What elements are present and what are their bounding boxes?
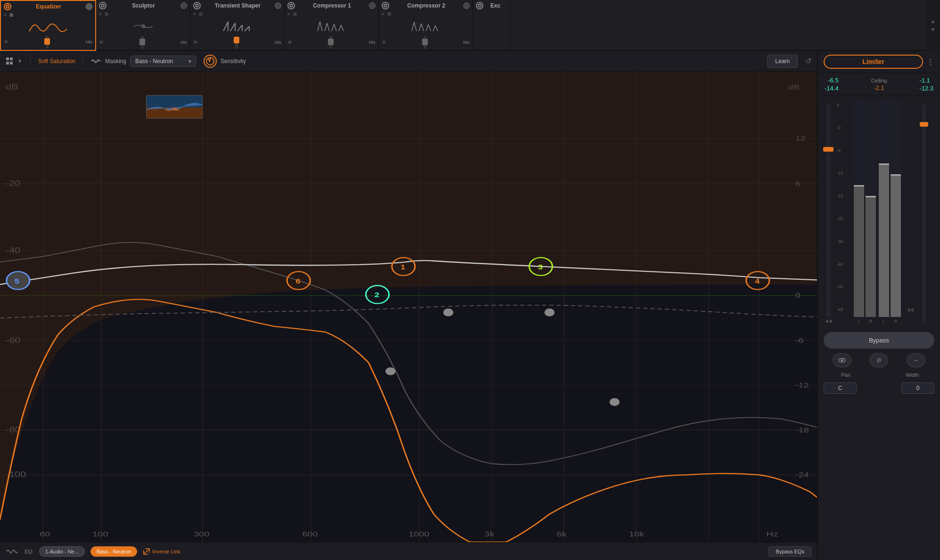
plugin-icons-compressor2: ≡ ⊞ — [382, 10, 470, 17]
plugin-knob-compressor2[interactable] — [463, 2, 470, 9]
limiter-fader-thumb[interactable] — [823, 147, 834, 152]
plugin-fader-compressor2[interactable] — [424, 36, 426, 49]
plugin-knob-sculptor[interactable] — [180, 2, 187, 9]
plugin-slot-compressor2[interactable]: Compressor 2 ≡ ⊞ ✕ — [379, 0, 473, 51]
eq-toolbar: ▼ Soft Saturation Masking Bass - Neutron — [0, 51, 817, 72]
plugin-slot-exc[interactable]: Exc — [473, 0, 511, 51]
plugin-close-sculptor[interactable]: ✕ — [99, 39, 104, 46]
plugin-fader-sculptor[interactable] — [141, 36, 144, 49]
plugin-knob-compressor1[interactable] — [369, 2, 376, 9]
limiter-meter-right-r — [891, 100, 901, 317]
limiter-stat-right1: -1.1 — [919, 77, 930, 84]
limiter-peak-left-r — [866, 196, 876, 197]
plugin-slot-transient-shaper[interactable]: Transient Shaper ≡ ⊞ — [190, 0, 285, 51]
plugin-slot-sculptor[interactable]: Sculptor ≡ ⊞ ✕ Mix — [96, 0, 190, 51]
learn-button[interactable]: Learn — [767, 55, 798, 68]
plugin-power-equalizer[interactable] — [4, 3, 11, 10]
limiter-width-button[interactable]: ↔ — [907, 353, 925, 367]
toolbar-separator-1 — [30, 56, 31, 67]
plugin-name-compressor2: Compressor 2 — [389, 2, 463, 9]
svg-line-7 — [223, 22, 228, 31]
plugin-power-compressor2[interactable] — [382, 2, 389, 9]
plugin-slot-compressor1[interactable]: Compressor 1 ≡ ⊞ ✕ — [285, 0, 379, 51]
limiter-peak-right-r — [891, 174, 901, 176]
plugin-close-compressor2[interactable]: ✕ — [382, 39, 386, 46]
plugin-close-equalizer[interactable]: ✕ — [4, 39, 8, 45]
masking-section: Masking Bass - Neutron ▼ — [91, 56, 196, 67]
plugin-power-exc[interactable] — [476, 2, 483, 9]
svg-text:-12: -12 — [795, 381, 809, 389]
bypass-button[interactable]: Bypass — [824, 332, 934, 349]
plugin-icons-equalizer: ≡ ⊞ — [4, 11, 92, 18]
plugin-waveform-sculptor — [99, 17, 187, 35]
plugin-name-compressor1: Compressor 1 — [295, 2, 369, 9]
limiter-menu-button[interactable]: ⋮ — [927, 57, 934, 66]
limiter-title-button[interactable]: Limiter — [824, 55, 923, 69]
svg-line-21 — [332, 24, 334, 31]
svg-line-27 — [412, 22, 414, 31]
svg-text:1000: 1000 — [409, 530, 429, 538]
svg-line-22 — [334, 24, 336, 31]
plugin-slot-equalizer[interactable]: Equalizer ≡ ⊞ ✕ Mix — [0, 0, 96, 51]
link-icon — [838, 357, 846, 364]
plugin-power-sculptor[interactable] — [99, 2, 106, 9]
plugin-close-compressor1[interactable]: ✕ — [287, 39, 292, 46]
plugin-knob-transient-shaper[interactable] — [275, 2, 281, 9]
svg-line-19 — [325, 23, 327, 31]
plugin-fader-equalizer[interactable] — [46, 35, 49, 49]
svg-rect-37 — [6, 57, 9, 60]
limiter-link-button[interactable] — [833, 353, 851, 367]
width-input[interactable] — [901, 382, 934, 394]
svg-text:6: 6 — [296, 277, 301, 285]
toolbar-settings-icon[interactable]: ↺ — [805, 57, 811, 65]
bypass-eqs-button[interactable]: Bypass EQs — [768, 546, 811, 557]
svg-point-87 — [385, 367, 395, 375]
svg-text:100: 100 — [92, 530, 108, 538]
scroll-down-arrow[interactable]: ▼ — [930, 26, 936, 33]
masking-dropdown-wrapper[interactable]: Bass - Neutron ▼ — [130, 56, 196, 67]
plugin-power-compressor1[interactable] — [287, 2, 295, 9]
plugin-mix-label-compressor2: Mix — [463, 40, 470, 45]
svg-text:600: 600 — [302, 530, 318, 538]
eq-track2-button[interactable]: Bass - Neutron — [90, 546, 137, 557]
sensitivity-knob[interactable] — [204, 55, 217, 68]
inverse-link-label: Inverse Link — [152, 549, 180, 554]
plugin-close-transient-shaper[interactable]: ✕ — [193, 39, 198, 46]
plugin-knob-equalizer[interactable] — [86, 3, 92, 10]
limiter-peak-right-l — [879, 163, 889, 165]
eq-graph-container: -20 -40 -60 -80 -100 dB 12 6 0 -6 -12 -1… — [0, 72, 817, 542]
plugin-power-transient-shaper[interactable] — [193, 2, 201, 9]
svg-rect-39 — [6, 62, 9, 65]
soft-saturation-button[interactable]: Soft Saturation — [38, 58, 75, 65]
sensitivity-label: Sensitivity — [221, 58, 246, 65]
grid-view-button[interactable]: ▼ — [6, 57, 23, 65]
limiter-output-fader[interactable] — [921, 100, 927, 324]
plugin-name-exc: Exc — [483, 2, 507, 9]
limiter-stat-right2: -12.3 — [919, 85, 933, 92]
status-bar: EQ: 1-Audio - Ne... Bass - Neutron Inver… — [0, 542, 817, 560]
pan-width-row: Pan Width — [824, 372, 934, 378]
inverse-link-button[interactable]: Inverse Link — [143, 548, 180, 555]
sensitivity-section: Sensitivity — [204, 55, 760, 68]
limiter-main-fader[interactable]: -4.8 — [823, 100, 834, 324]
phase-icon: ⊘ — [876, 357, 882, 364]
plugin-fader-compressor1[interactable] — [329, 36, 332, 49]
scroll-up-arrow[interactable]: ▲ — [930, 18, 936, 24]
limiter-meter-left-group: L R — [854, 100, 876, 324]
svg-text:-18: -18 — [795, 426, 809, 434]
limiter-phase-button[interactable]: ⊘ — [869, 353, 888, 367]
width-arrows-icon: ↔ — [913, 357, 919, 364]
limiter-output-fader-thumb[interactable] — [920, 122, 928, 127]
svg-point-90 — [610, 398, 620, 406]
chevron-down-icon: ▼ — [17, 58, 23, 65]
masking-thumbnail — [146, 95, 203, 119]
limiter-meter-right-group: L R — [879, 100, 901, 324]
eq-track1-button[interactable]: 1-Audio - Ne... — [39, 546, 85, 557]
pan-input[interactable] — [824, 382, 857, 394]
svg-line-24 — [341, 25, 343, 31]
svg-point-88 — [443, 308, 453, 317]
masking-dropdown[interactable]: Bass - Neutron — [130, 56, 196, 67]
plugin-mix-label-equalizer: Mix — [86, 40, 92, 44]
masking-label: Masking — [105, 58, 126, 65]
plugin-fader-transient-shaper[interactable] — [235, 36, 238, 49]
